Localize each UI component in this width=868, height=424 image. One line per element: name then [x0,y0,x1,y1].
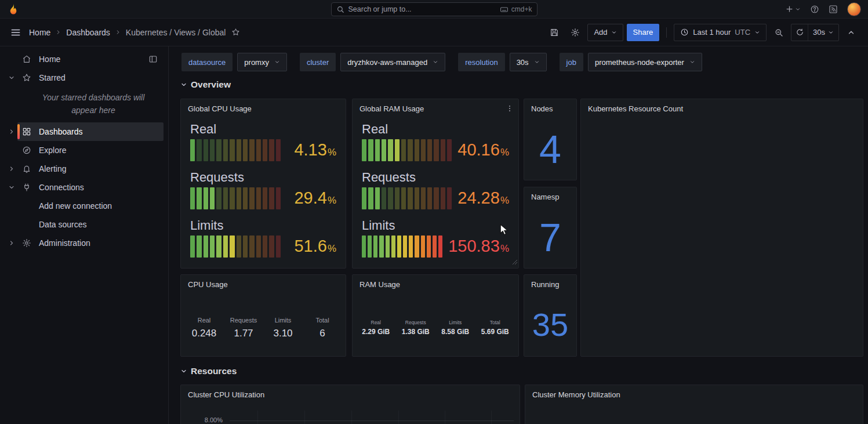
dashboard-toolbar: Home Dashboards Kubernetes / Views / Glo… [0,19,868,46]
bar-gauge-group: Real 40.16% Requests 24.28% Limits 150.8… [353,118,518,268]
y-axis-tick: 8.00% [186,416,223,423]
sidebar-item-dashboards[interactable]: Dashboards [0,122,168,141]
save-dashboard-button[interactable] [546,24,563,41]
news-button[interactable] [829,5,838,14]
gear-icon [571,28,580,37]
chevron-down-icon [534,59,540,65]
chevron-down-icon [180,368,187,375]
sidebar-item-add-new-connection[interactable]: Add new connection [0,197,168,215]
chevron-down-icon [754,30,760,35]
panel-resize-handle[interactable] [513,256,517,267]
star-icon [22,73,32,82]
breadcrumb-current[interactable]: Kubernetes / Views / Global [126,28,226,37]
search-input[interactable]: Search or jump to... cmd+k [331,2,537,16]
save-icon [550,28,559,37]
chevron-up-icon [847,28,855,37]
new-button[interactable] [785,5,801,13]
variable-cluster-select[interactable]: dryzhkov-aws-managed [340,53,445,71]
panel-global-cpu-usage: Global CPU Usage Real 4.13% Requests 29.… [180,99,346,269]
mega-menu-icon[interactable] [8,25,23,40]
panel-menu-icon[interactable] [503,102,516,115]
panel-title[interactable]: Kubernetes Resource Count [581,99,863,118]
panel-nodes: Nodes 4 [524,99,577,180]
sidebar-item-alerting[interactable]: Alerting [0,160,168,178]
add-panel-button[interactable]: Add [587,24,623,41]
panel-title[interactable]: Nodes [524,99,576,118]
section-resources[interactable]: Resources [180,366,237,376]
sidebar-item-home[interactable]: Home [0,50,168,68]
bell-icon [22,164,32,173]
variable-datasource-select[interactable]: promxy [237,53,287,71]
panel-title[interactable]: Namesp [524,187,576,206]
variable-cluster: cluster dryzhkov-aws-managed [300,53,445,71]
section-overview[interactable]: Overview [180,79,231,90]
plus-icon [785,5,794,13]
zoom-out-button[interactable] [770,24,787,41]
panel-cpu-usage: CPU Usage Real0.248 Requests1.77 Limits3… [180,274,346,357]
sidebar-item-starred[interactable]: Starred [0,68,168,87]
bar-gauge-limits: Limits 150.83% [362,219,509,257]
grafana-logo-icon[interactable] [7,3,20,16]
chevron-down-icon [433,59,438,65]
chevron-right-icon [55,29,61,35]
panel-title[interactable]: Global CPU Usage [181,99,346,118]
clock-icon [680,28,689,37]
dashboard-content: datasource promxy cluster dryzhkov-aws-m… [169,46,868,424]
dashboard-settings-button[interactable] [566,24,584,41]
plug-icon [22,183,32,192]
gridline-vertical [257,411,258,424]
panel-title[interactable]: CPU Usage [181,275,346,293]
refresh-interval-picker[interactable]: 30s [808,24,838,41]
help-button[interactable] [810,5,819,14]
breadcrumb-home[interactable]: Home [29,28,50,37]
user-avatar[interactable] [847,2,861,16]
shortcut-hint: cmd+k [500,5,532,14]
ram-usage-stats: Real2.29 GiB Requests1.38 GiB Limits8.58… [353,320,518,336]
compass-icon [22,146,32,155]
collapse-toolbar-button[interactable] [842,24,860,41]
panel-title[interactable]: Cluster Memory Utilization [525,385,863,404]
search-icon [336,5,344,13]
time-range-picker[interactable]: Last 1 hour UTC [674,24,767,41]
bar-gauge-group: Real 4.13% Requests 29.4% Limits 51.6% [181,118,346,268]
grafana-app: Search or jump to... cmd+k [0,0,868,424]
panel-kubernetes-resource-count: Kubernetes Resource Count [580,99,863,357]
sidebar-item-explore[interactable]: Explore [0,141,168,160]
panel-title[interactable]: RAM Usage [353,275,518,293]
dock-menu-icon[interactable] [147,53,159,65]
chevron-down-icon [274,59,280,65]
panel-running: Running 35 [524,274,577,357]
gridline-vertical [351,411,352,424]
search-placeholder: Search or jump to... [348,5,496,13]
chevron-right-icon[interactable] [6,240,17,247]
keyboard-icon [500,5,509,14]
refresh-button[interactable] [791,24,808,41]
refresh-icon [796,28,804,37]
favorite-star-icon[interactable] [230,27,241,38]
gridline-vertical [445,411,445,424]
panel-title[interactable]: Global RAM Usage [353,99,518,118]
chevron-right-icon[interactable] [6,165,17,172]
chevron-down-icon [611,30,617,35]
chevron-down-icon [689,59,695,65]
panel-title[interactable]: Running [524,275,576,293]
chevron-right-icon [115,29,121,35]
breadcrumb-dashboards[interactable]: Dashboards [66,28,110,37]
variable-label: resolution [458,53,504,71]
share-button[interactable]: Share [627,24,660,41]
sidebar-item-connections[interactable]: Connections [0,178,168,197]
refresh-controls: 30s [791,24,839,41]
variable-resolution-select[interactable]: 30s [510,53,547,71]
sidebar-item-data-sources[interactable]: Data sources [0,215,168,234]
zoom-out-icon [774,28,783,37]
chevron-down-icon[interactable] [6,74,17,81]
nodes-stat-value: 4 [539,129,561,169]
gridline-vertical [491,411,492,424]
variable-job-select[interactable]: prometheus-node-exporter [588,53,702,71]
top-bar: Search or jump to... cmd+k [0,0,868,19]
chevron-right-icon[interactable] [6,128,17,135]
sidebar-item-administration[interactable]: Administration [0,234,168,252]
panel-title[interactable]: Cluster CPU Utilization [181,385,520,404]
chevron-down-icon[interactable] [6,184,17,191]
panel-cluster-cpu-utilization: Cluster CPU Utilization 8.00% [180,385,520,424]
